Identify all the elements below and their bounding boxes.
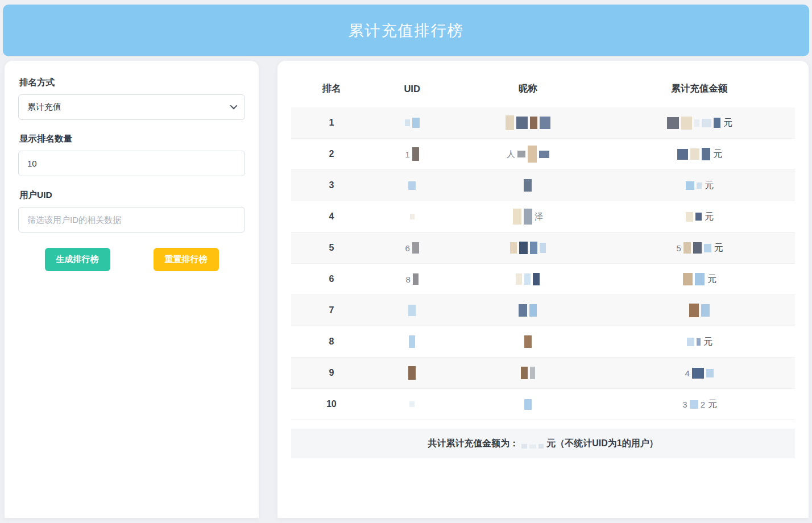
- table-row: 1元: [291, 107, 795, 139]
- column-header-nickname: 昵称: [453, 82, 604, 95]
- redaction-block: [714, 118, 720, 128]
- redaction-block: [540, 243, 546, 253]
- redaction-block: [524, 179, 532, 192]
- button-row: 生成排行榜 重置排行榜: [18, 248, 245, 271]
- rank-cell: 4: [291, 211, 372, 222]
- nickname-cell: [453, 242, 604, 254]
- rank-cell: 6: [291, 274, 372, 284]
- amount-cell: 元: [603, 273, 795, 285]
- redaction-block: [408, 305, 416, 316]
- currency-suffix: 元: [705, 211, 714, 223]
- uid-label: 用户UID: [19, 189, 245, 201]
- rank-method-field: 排名方式 累计充值: [18, 77, 245, 120]
- leaderboard-panel: 排名 UID 昵称 累计充值金额 1元21人元3元4泽元565元68元78元94…: [277, 61, 809, 518]
- nickname-cell: [453, 304, 604, 317]
- rank-method-selected-value: 累计充值: [27, 102, 61, 113]
- amount-cell: 元: [603, 117, 795, 130]
- amount-cell: [603, 304, 795, 317]
- nickname-cell: [453, 115, 604, 130]
- nickname-cell: 人: [453, 146, 604, 163]
- redaction-block: [524, 209, 532, 225]
- table-row: 3元: [291, 170, 795, 201]
- redaction-block: [667, 117, 679, 129]
- redaction-block: [524, 399, 532, 410]
- redaction-block: [524, 335, 532, 348]
- redaction-block: [692, 368, 704, 379]
- redaction-block: [529, 304, 537, 317]
- redacted-text-fragment: 6: [405, 243, 409, 253]
- uid-filter-input[interactable]: [18, 207, 245, 233]
- redaction-block: [410, 214, 415, 219]
- rank-cell: 10: [291, 399, 372, 409]
- currency-suffix: 元: [703, 336, 712, 348]
- redaction-block: [689, 304, 699, 317]
- table-row: 7: [291, 295, 795, 326]
- redacted-text-fragment: 泽: [535, 211, 543, 222]
- uid-cell: [372, 181, 453, 190]
- redaction-block: [524, 273, 531, 285]
- redaction-block: [677, 149, 688, 160]
- rank-count-field: 显示排名数量: [18, 133, 245, 176]
- rank-method-label: 排名方式: [19, 77, 245, 89]
- redaction-block: [704, 244, 711, 252]
- table-row: 68元: [291, 264, 795, 295]
- nickname-cell: [453, 179, 604, 192]
- redacted-text-fragment: 3: [682, 400, 687, 409]
- uid-cell: [372, 335, 453, 348]
- filter-panel: 排名方式 累计充值 显示排名数量 用户UID 生成排行榜 重置排行榜: [5, 61, 259, 518]
- table-row: 94: [291, 358, 795, 389]
- rank-method-select[interactable]: 累计充值: [18, 94, 245, 120]
- redaction-block: [513, 209, 521, 225]
- table-footer: 共计累计充值金额为： 元（不统计UID为1的用户）: [291, 429, 795, 458]
- nickname-cell: [453, 273, 604, 285]
- app-header: 累计充值排行榜: [3, 5, 809, 56]
- reset-leaderboard-button[interactable]: 重置排行榜: [154, 248, 219, 271]
- redaction-block: [706, 369, 714, 377]
- table-row: 8元: [291, 326, 795, 358]
- rank-count-input[interactable]: [18, 151, 245, 176]
- table-body: 1元21人元3元4泽元565元68元78元941032元: [291, 107, 795, 420]
- nickname-cell: [453, 399, 604, 410]
- amount-cell: 32元: [603, 399, 795, 410]
- redaction-block: [409, 401, 415, 407]
- rank-count-label: 显示排名数量: [19, 133, 245, 145]
- generate-leaderboard-button[interactable]: 生成排行榜: [45, 248, 110, 271]
- redaction-block: [683, 242, 691, 254]
- amount-cell: 4: [603, 368, 795, 379]
- currency-suffix: 元: [708, 399, 717, 410]
- redaction-block: [686, 181, 694, 190]
- nickname-cell: [453, 367, 604, 379]
- redacted-text-fragment: 5: [676, 243, 681, 253]
- currency-suffix: 元: [707, 273, 716, 285]
- redaction-block: [681, 117, 692, 130]
- uid-cell: [372, 366, 453, 380]
- redacted-text-fragment: 人: [507, 149, 515, 160]
- redaction-block: [408, 366, 416, 380]
- rank-cell: 7: [291, 305, 372, 316]
- uid-field: 用户UID: [18, 189, 245, 233]
- table-header-row: 排名 UID 昵称 累计充值金额: [291, 76, 795, 107]
- redaction-block: [690, 400, 698, 409]
- amount-cell: 元: [603, 336, 795, 348]
- redaction-block: [701, 304, 710, 317]
- currency-suffix: 元: [723, 117, 732, 129]
- redaction-block: [530, 242, 537, 254]
- redaction-block: [409, 335, 415, 348]
- footer-total-prefix: 共计累计充值金额为：: [428, 438, 519, 450]
- redaction-block: [510, 242, 517, 254]
- redaction-block: [412, 147, 419, 161]
- redacted-text-fragment: 8: [405, 275, 410, 284]
- uid-cell: [372, 305, 453, 316]
- redaction-block: [408, 181, 416, 190]
- column-header-uid: UID: [372, 82, 453, 95]
- amount-cell: 元: [603, 211, 795, 223]
- redaction-block: [516, 117, 528, 129]
- table-row: 1032元: [291, 389, 795, 420]
- redaction-block: [528, 146, 537, 163]
- redaction-block: [529, 445, 536, 449]
- main-layout: 排名方式 累计充值 显示排名数量 用户UID 生成排行榜 重置排行榜 排名 UI…: [0, 56, 812, 518]
- footer-total-suffix: 元（不统计UID为1的用户）: [546, 438, 658, 450]
- uid-cell: [372, 118, 453, 128]
- redaction-block: [702, 119, 711, 127]
- redacted-text-fragment: 1: [405, 150, 409, 159]
